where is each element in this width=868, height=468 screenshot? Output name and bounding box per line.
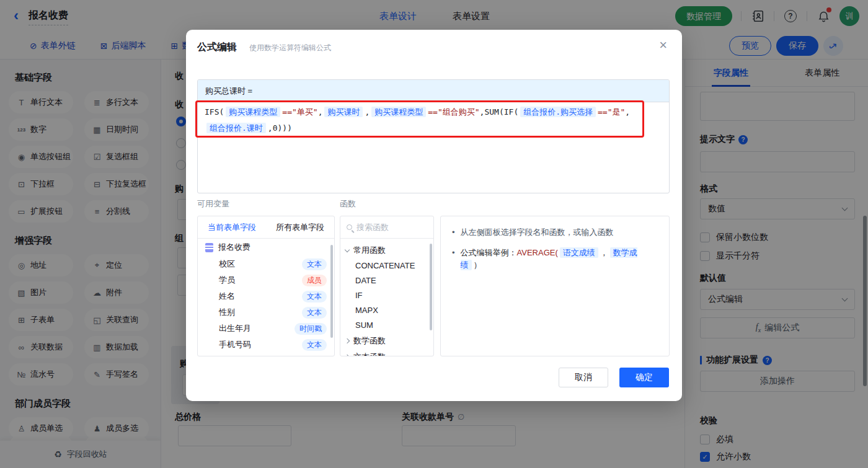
modal-title: 公式编辑 — [197, 41, 237, 54]
function-group-label: 数学函数 — [353, 335, 386, 347]
function-item-mapx[interactable]: MAPX — [340, 303, 433, 318]
function-item-sum[interactable]: SUM — [340, 318, 433, 333]
formula-plain-text: 公式编辑举例： — [461, 248, 517, 257]
function-search[interactable] — [340, 216, 433, 239]
form-node-label: 报名收费 — [218, 242, 250, 253]
variable-row[interactable]: 校区文本 — [198, 256, 334, 272]
formula-plain-text: ,SUM(IF( — [480, 107, 519, 117]
cancel-button[interactable]: 取消 — [559, 368, 608, 387]
formula-field-token[interactable]: 购买课程类型 — [371, 107, 426, 117]
variable-type-badge: 文本 — [302, 258, 327, 270]
functions-panel: 常用函数CONCATENATEDATEIFMAPXSUM数学函数文本函数 — [340, 216, 434, 356]
variable-type-badge: 文本 — [302, 291, 327, 302]
formula-plain-text: ,0))) — [268, 123, 292, 133]
formula-editor: 购买总课时 = — [197, 79, 670, 193]
function-item-concatenate[interactable]: CONCATENATE — [340, 258, 433, 273]
function-group-collapsed[interactable]: 数学函数 — [340, 333, 433, 349]
variable-name: 手机号码 — [219, 339, 251, 350]
tab-current-form-fields[interactable]: 当前表单字段 — [198, 216, 266, 238]
formula-plain-text: , — [625, 107, 630, 117]
variable-type-badge: 文本 — [302, 307, 327, 319]
variables-scrollbar[interactable] — [330, 245, 333, 338]
formula-plain-text: , — [365, 107, 370, 117]
formula-edit-modal: 公式编辑 使用数学运算符编辑公式 × 购买总课时 = IFS(购买课程类型=="… — [186, 30, 682, 401]
confirm-button[interactable]: 确定 — [619, 368, 669, 387]
functions-scrollbar[interactable] — [430, 244, 432, 330]
variables-list: 校区文本学员成员姓名文本性别文本出生年月时间戳手机号码文本 — [198, 256, 334, 353]
variable-name: 学员 — [219, 275, 235, 286]
formula-plain-text: , — [318, 107, 323, 117]
function-group-label: 常用函数 — [353, 245, 386, 256]
help-tip: • 公式编辑举例：AVERAGE(语文成绩，数学成绩） — [452, 247, 658, 272]
variable-type-badge: 时间戳 — [294, 323, 327, 335]
functions-list: 常用函数CONCATENATEDATEIFMAPXSUM数学函数文本函数 — [340, 239, 433, 356]
variable-type-badge: 成员 — [302, 275, 327, 286]
search-icon — [347, 224, 352, 230]
bullet-icon: • — [452, 226, 455, 239]
formula-expression[interactable]: IFS(购买课程类型=="单买",购买课时,购买课程类型=="组合购买",SUM… — [205, 104, 649, 136]
formula-line: IFS(购买课程类型=="单买",购买课时,购买课程类型=="组合购买",SUM… — [205, 104, 649, 120]
variable-row[interactable]: 性别文本 — [198, 304, 334, 320]
variables-panel: 当前表单字段 所有表单字段 报名收费 校区文本学员成员姓名文本性别文本出生年月时… — [197, 216, 335, 356]
chevron-right-icon — [345, 355, 350, 356]
formula-plain-text: ， — [600, 248, 608, 257]
help-tip: • 从左侧面板选择字段名和函数，或输入函数 — [452, 226, 658, 239]
formula-target: 购买总课时 = — [198, 80, 669, 102]
formula-line: 组合报价.课时,0))) — [205, 120, 649, 136]
function-group-expanded[interactable]: 常用函数 — [340, 242, 433, 258]
formula-operator-text: =="是" — [598, 107, 625, 117]
variable-name: 出生年月 — [219, 323, 251, 334]
formula-field-token[interactable]: 购买课时 — [324, 107, 363, 117]
variable-name: 性别 — [219, 307, 235, 318]
function-group-collapsed[interactable]: 文本函数 — [340, 349, 433, 356]
functions-label: 函数 — [340, 198, 356, 210]
variable-row[interactable]: 学员成员 — [198, 272, 334, 288]
variable-row[interactable]: 手机号码文本 — [198, 337, 334, 353]
variables-label: 可用变量 — [197, 198, 229, 210]
help-tip-text: 从左侧面板选择字段名和函数，或输入函数 — [461, 226, 614, 239]
variable-row[interactable]: 出生年月时间戳 — [198, 320, 334, 337]
close-icon[interactable]: × — [659, 38, 667, 52]
tab-all-form-fields[interactable]: 所有表单字段 — [266, 216, 334, 238]
formula-field-token[interactable]: 购买课程类型 — [226, 107, 280, 117]
bullet-icon: • — [452, 247, 455, 272]
formula-field-token[interactable]: 语文成绩 — [560, 247, 598, 258]
formula-plain-text: ） — [474, 260, 482, 270]
chevron-down-icon — [345, 247, 350, 252]
formula-help-panel: • 从左侧面板选择字段名和函数，或输入函数 • 公式编辑举例：AVERAGE(语… — [440, 216, 670, 356]
function-search-input[interactable] — [356, 223, 427, 232]
formula-plain-text: IFS( — [205, 107, 224, 117]
variable-row[interactable]: 姓名文本 — [198, 288, 334, 304]
variables-form-node[interactable]: 报名收费 — [198, 239, 334, 256]
help-example: 公式编辑举例：AVERAGE(语文成绩，数学成绩） — [461, 247, 658, 272]
formula-field-token[interactable]: 组合报价.购买选择 — [520, 107, 596, 117]
form-doc-icon — [205, 243, 213, 252]
chevron-right-icon — [345, 338, 350, 343]
variable-name: 姓名 — [219, 291, 235, 302]
formula-field-token[interactable]: 组合报价.课时 — [206, 123, 266, 133]
formula-operator-text: =="组合购买" — [428, 107, 479, 117]
function-group-label: 文本函数 — [353, 351, 386, 356]
app-root: ‹ 报名收费 表单设计 表单设置 数据管理 ? — [0, 0, 868, 468]
variables-tabs: 当前表单字段 所有表单字段 — [198, 216, 334, 239]
formula-operator-text: AVERAGE( — [517, 248, 558, 257]
function-item-if[interactable]: IF — [340, 288, 433, 303]
variable-name: 校区 — [219, 258, 235, 270]
formula-operator-text: =="单买" — [282, 107, 317, 117]
modal-subtitle: 使用数学运算符编辑公式 — [249, 43, 331, 53]
variable-type-badge: 文本 — [302, 339, 327, 351]
function-item-date[interactable]: DATE — [340, 273, 433, 288]
